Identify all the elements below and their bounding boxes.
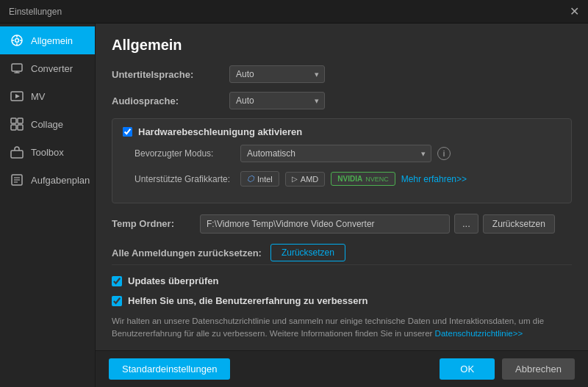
nvidia-label: NVIDIA xyxy=(337,175,362,183)
preferred-mode-select[interactable]: Automatisch xyxy=(240,145,431,162)
sidebar: Allgemein Converter MV xyxy=(0,23,96,387)
toolbox-icon xyxy=(10,145,24,159)
title-bar: Einstellungen ✕ xyxy=(0,0,588,23)
svg-point-1 xyxy=(15,39,19,43)
temp-folder-browse-button[interactable]: ... xyxy=(454,214,478,234)
hw-accel-checkbox[interactable] xyxy=(123,127,132,137)
intel-label: Intel xyxy=(257,175,273,184)
preferred-mode-select-wrapper[interactable]: Automatisch xyxy=(240,145,431,162)
temp-folder-row: Temp Ordner: ... Zurücksetzen xyxy=(112,214,572,234)
sidebar-label-mv: MV xyxy=(31,91,46,102)
audio-language-select-wrapper[interactable]: Auto xyxy=(229,92,325,109)
audio-language-select[interactable]: Auto xyxy=(229,92,325,109)
amd-badge: ▷ AMD xyxy=(285,172,325,187)
intel-icon-text: ⬡ xyxy=(247,174,254,184)
sidebar-item-aufgabenplan[interactable]: Aufgabenplan xyxy=(0,166,95,194)
main-layout: Allgemein Converter MV xyxy=(0,23,588,387)
title-bar-text: Einstellungen xyxy=(9,7,62,17)
subtitle-language-row: Untertitelsprache: Auto xyxy=(112,65,572,83)
amd-label: AMD xyxy=(301,175,318,184)
content-area: Allgemein Untertitelsprache: Auto Audios… xyxy=(96,23,588,387)
info-icon[interactable]: i xyxy=(437,147,451,160)
temp-folder-input[interactable] xyxy=(200,214,450,234)
improve-ux-row: Helfen Sie uns, die Benutzererfahrung zu… xyxy=(112,295,572,306)
improve-ux-label: Helfen Sie uns, die Benutzererfahrung zu… xyxy=(128,295,368,306)
allgemein-icon xyxy=(10,34,24,47)
temp-folder-label: Temp Ordner: xyxy=(112,218,200,229)
audio-language-row: Audiosprache: Auto xyxy=(112,92,572,109)
bottom-bar: Standardeinstellungen OK Abbrechen xyxy=(96,350,588,387)
sidebar-label-allgemein: Allgemein xyxy=(31,35,73,46)
audio-language-label: Audiosprache: xyxy=(112,95,229,106)
subtitle-language-select-wrapper[interactable]: Auto xyxy=(229,65,325,83)
svg-rect-12 xyxy=(18,125,23,130)
privacy-policy-link[interactable]: Datenschutzrichtlinie>> xyxy=(435,329,523,338)
aufgabenplan-icon xyxy=(10,173,24,187)
page-title: Allgemein xyxy=(112,37,572,54)
subtitle-language-select[interactable]: Auto xyxy=(229,65,325,83)
standard-settings-button[interactable]: Standardeinstellungen xyxy=(109,358,230,380)
reset-all-label: Alle Anmeldungen zurücksetzen: xyxy=(112,247,262,258)
improve-ux-checkbox[interactable] xyxy=(112,296,122,306)
sidebar-item-collage[interactable]: Collage xyxy=(0,110,95,138)
svg-marker-8 xyxy=(15,94,20,98)
sidebar-item-allgemein[interactable]: Allgemein xyxy=(0,26,95,54)
hw-acceleration-section: Hardwarebeschleunigung aktivieren Bevorz… xyxy=(112,118,572,203)
updates-row: Updates überprüfen xyxy=(112,275,572,286)
svg-rect-9 xyxy=(11,118,16,123)
supported-gpu-row: Unterstützte Grafikkarte: ⬡ Intel ▷ AMD … xyxy=(123,171,561,187)
preferred-mode-row: Bevorzugter Modus: Automatisch i xyxy=(123,145,561,162)
mv-icon xyxy=(10,90,24,103)
sidebar-label-collage: Collage xyxy=(31,119,63,130)
hw-title-row: Hardwarebeschleunigung aktivieren xyxy=(123,126,561,137)
improve-ux-description: Wir halten an unsere Datenschutzrichtlin… xyxy=(112,315,572,341)
gpu-badges: ⬡ Intel ▷ AMD NVIDIA NVENC Mehr erfahren… xyxy=(240,171,467,187)
amd-icon-text: ▷ xyxy=(292,175,298,183)
subtitle-language-label: Untertitelsprache: xyxy=(112,69,229,80)
sidebar-item-converter[interactable]: Converter xyxy=(0,54,95,82)
reset-all-button[interactable]: Zurücksetzen xyxy=(270,244,345,261)
collage-icon xyxy=(10,117,24,131)
bottom-right-buttons: OK Abbrechen xyxy=(440,358,575,380)
content-inner: Allgemein Untertitelsprache: Auto Audios… xyxy=(96,23,588,350)
ok-button[interactable]: OK xyxy=(440,358,495,380)
converter-icon xyxy=(10,62,24,75)
close-button[interactable]: ✕ xyxy=(570,6,579,18)
intel-badge: ⬡ Intel xyxy=(240,171,279,187)
reset-all-row: Alle Anmeldungen zurücksetzen: Zurückset… xyxy=(112,244,572,265)
sidebar-item-mv[interactable]: MV xyxy=(0,82,95,110)
svg-rect-10 xyxy=(18,118,23,123)
svg-rect-6 xyxy=(12,64,22,71)
sidebar-label-aufgabenplan: Aufgabenplan xyxy=(31,175,90,186)
updates-label: Updates überprüfen xyxy=(128,275,219,286)
sidebar-item-toolbox[interactable]: Toolbox xyxy=(0,138,95,166)
updates-checkbox[interactable] xyxy=(112,276,122,286)
svg-rect-11 xyxy=(11,125,16,130)
hw-accel-label: Hardwarebeschleunigung aktivieren xyxy=(138,126,302,137)
temp-folder-reset-button[interactable]: Zurücksetzen xyxy=(483,214,555,234)
svg-rect-13 xyxy=(11,151,23,158)
sidebar-label-converter: Converter xyxy=(31,63,73,74)
learn-more-link[interactable]: Mehr erfahren>> xyxy=(401,174,467,184)
nvidia-badge: NVIDIA NVENC xyxy=(331,172,395,186)
cancel-button[interactable]: Abbrechen xyxy=(502,358,575,380)
nvenc-label: NVENC xyxy=(365,176,389,183)
supported-gpu-label: Unterstützte Grafikkarte: xyxy=(123,174,240,184)
sidebar-label-toolbox: Toolbox xyxy=(31,147,64,158)
preferred-mode-label: Bevorzugter Modus: xyxy=(123,148,240,159)
